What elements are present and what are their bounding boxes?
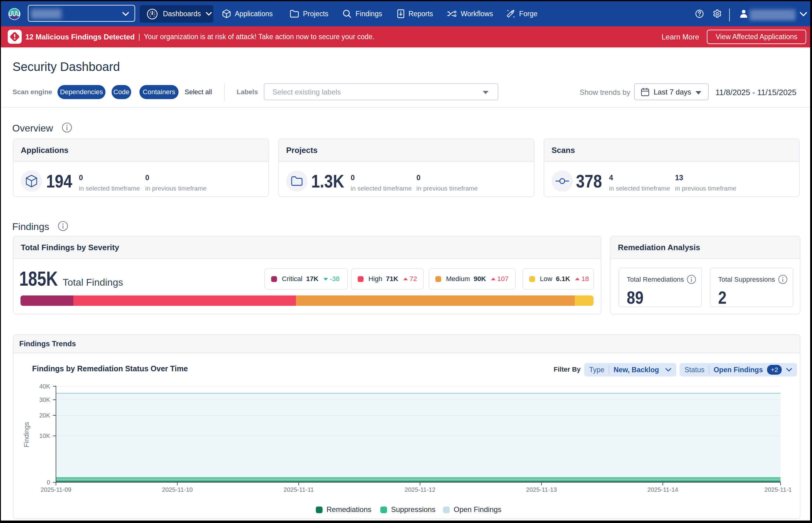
svg-text:2025-11-13: 2025-11-13 <box>526 486 557 493</box>
svg-text:20K: 20K <box>39 412 50 419</box>
svg-text:40K: 40K <box>39 383 50 390</box>
svg-text:Findings: Findings <box>23 422 30 447</box>
svg-text:2025-11-11: 2025-11-11 <box>283 486 314 493</box>
svg-text:2025-11-12: 2025-11-12 <box>405 486 436 493</box>
svg-text:2025-11-10: 2025-11-10 <box>162 486 193 493</box>
svg-text:2025-11-09: 2025-11-09 <box>41 486 72 493</box>
svg-text:Remediations: Remediations <box>327 505 371 513</box>
svg-text:10K: 10K <box>39 432 50 439</box>
svg-text:Suppressions: Suppressions <box>391 505 435 513</box>
svg-text:Open Findings: Open Findings <box>454 505 501 513</box>
svg-text:2025-11-1: 2025-11-1 <box>764 486 792 493</box>
svg-text:2025-11-14: 2025-11-14 <box>647 486 678 493</box>
svg-text:0: 0 <box>47 479 50 486</box>
svg-text:30K: 30K <box>39 396 50 403</box>
